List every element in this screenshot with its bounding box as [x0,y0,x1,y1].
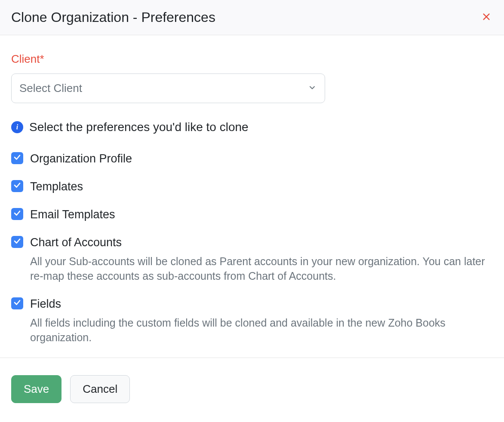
checkbox-label: Chart of Accounts [30,235,493,250]
checkbox-item-fields: Fields All fields including the custom f… [11,297,493,345]
checkbox-item-organization-profile: Organization Profile [11,151,493,166]
checkbox-content: Email Templates [30,207,493,222]
client-select-wrapper: Select Client [11,73,325,103]
checkbox-item-templates: Templates [11,179,493,194]
checkbox-group: Organization Profile Templates Email Tem… [11,151,493,345]
checkbox-item-email-templates: Email Templates [11,207,493,222]
checkbox-content: Fields All fields including the custom f… [30,297,493,345]
checkbox-label: Templates [30,179,493,194]
client-select[interactable]: Select Client [11,73,325,103]
close-button[interactable] [480,10,493,24]
info-icon: i [11,121,23,133]
info-text: Select the preferences you'd like to clo… [29,120,249,134]
check-icon [13,209,21,219]
checkbox-templates[interactable] [11,180,23,192]
check-icon [13,153,21,163]
client-label: Client* [11,52,493,66]
cancel-button[interactable]: Cancel [70,375,130,403]
info-row: i Select the preferences you'd like to c… [11,120,493,134]
checkbox-organization-profile[interactable] [11,152,23,164]
checkbox-item-chart-of-accounts: Chart of Accounts All your Sub-accounts … [11,235,493,284]
checkbox-label: Organization Profile [30,151,493,166]
dialog-title: Clone Organization - Preferences [11,9,215,25]
close-icon [482,12,491,23]
dialog-footer: Save Cancel [0,358,504,416]
check-icon [13,299,21,308]
checkbox-fields[interactable] [11,297,23,309]
checkbox-content: Templates [30,179,493,194]
checkbox-email-templates[interactable] [11,208,23,220]
checkbox-content: Organization Profile [30,151,493,166]
dialog-header: Clone Organization - Preferences [0,0,504,35]
check-icon [13,237,21,247]
checkbox-content: Chart of Accounts All your Sub-accounts … [30,235,493,284]
checkbox-chart-of-accounts[interactable] [11,236,23,248]
checkbox-description: All your Sub-accounts will be cloned as … [30,254,493,284]
checkbox-label: Email Templates [30,207,493,222]
checkbox-label: Fields [30,297,493,312]
checkbox-description: All fields including the custom fields w… [30,316,493,345]
dialog-body: Client* Select Client i Select the prefe… [0,35,504,358]
check-icon [13,181,21,191]
save-button[interactable]: Save [11,375,61,403]
